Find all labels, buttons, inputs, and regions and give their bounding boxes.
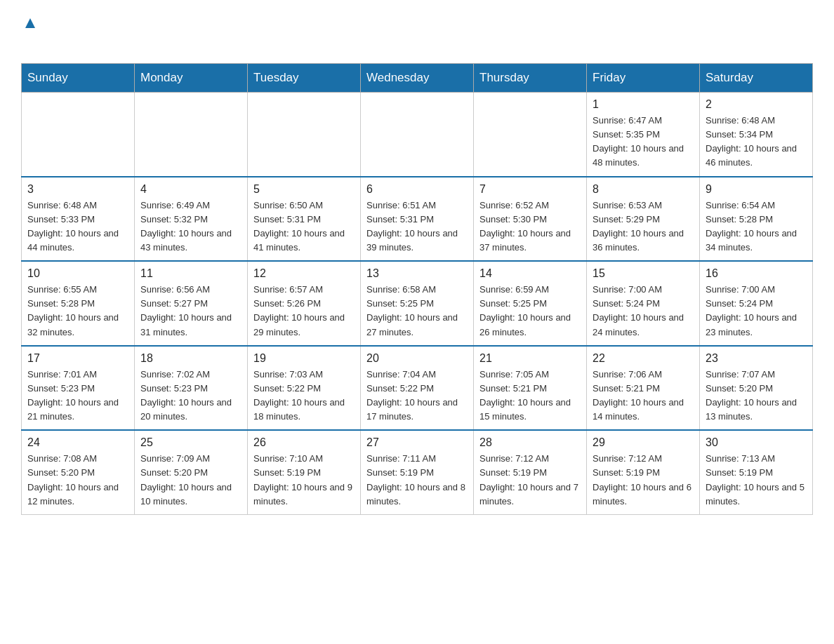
day-info: Sunrise: 7:12 AMSunset: 5:19 PMDaylight:…	[593, 452, 694, 509]
calendar-cell: 17Sunrise: 7:01 AMSunset: 5:23 PMDayligh…	[22, 346, 135, 431]
day-number: 8	[593, 183, 694, 196]
calendar-cell: 27Sunrise: 7:11 AMSunset: 5:19 PMDayligh…	[361, 430, 474, 514]
calendar-cell: 13Sunrise: 6:58 AMSunset: 5:25 PMDayligh…	[361, 261, 474, 346]
day-number: 18	[140, 352, 241, 365]
calendar-cell: 14Sunrise: 6:59 AMSunset: 5:25 PMDayligh…	[474, 261, 587, 346]
svg-marker-0	[25, 18, 35, 28]
day-info: Sunrise: 7:07 AMSunset: 5:20 PMDaylight:…	[706, 368, 807, 424]
day-info: Sunrise: 6:47 AMSunset: 5:35 PMDaylight:…	[593, 114, 694, 170]
day-number: 4	[140, 183, 241, 196]
day-number: 5	[253, 183, 355, 196]
calendar-cell: 23Sunrise: 7:07 AMSunset: 5:20 PMDayligh…	[700, 346, 813, 431]
calendar-cell: 24Sunrise: 7:08 AMSunset: 5:20 PMDayligh…	[22, 430, 135, 514]
weekday-header-row: SundayMondayTuesdayWednesdayThursdayFrid…	[22, 64, 813, 93]
day-number: 13	[366, 267, 468, 280]
calendar-cell: 1Sunrise: 6:47 AMSunset: 5:35 PMDaylight…	[587, 93, 700, 177]
day-info: Sunrise: 6:56 AMSunset: 5:27 PMDaylight:…	[140, 283, 241, 340]
calendar-cell: 28Sunrise: 7:12 AMSunset: 5:19 PMDayligh…	[474, 430, 587, 514]
day-info: Sunrise: 7:02 AMSunset: 5:23 PMDaylight:…	[140, 368, 241, 424]
day-number: 24	[27, 436, 128, 449]
weekday-header-wednesday: Wednesday	[361, 64, 474, 93]
day-number: 25	[140, 436, 241, 449]
day-number: 26	[253, 436, 355, 449]
calendar-cell: 16Sunrise: 7:00 AMSunset: 5:24 PMDayligh…	[700, 261, 813, 346]
weekday-header-monday: Monday	[135, 64, 248, 93]
day-info: Sunrise: 7:01 AMSunset: 5:23 PMDaylight:…	[27, 368, 128, 424]
calendar-table: SundayMondayTuesdayWednesdayThursdayFrid…	[21, 63, 813, 515]
day-number: 20	[366, 352, 468, 365]
day-number: 10	[27, 267, 128, 280]
day-info: Sunrise: 7:12 AMSunset: 5:19 PMDaylight:…	[479, 452, 581, 509]
day-info: Sunrise: 7:09 AMSunset: 5:20 PMDaylight:…	[140, 452, 241, 509]
calendar-cell: 12Sunrise: 6:57 AMSunset: 5:26 PMDayligh…	[248, 261, 361, 346]
calendar-cell: 18Sunrise: 7:02 AMSunset: 5:23 PMDayligh…	[135, 346, 248, 431]
calendar-cell: 29Sunrise: 7:12 AMSunset: 5:19 PMDayligh…	[587, 430, 700, 514]
calendar-week-3: 10Sunrise: 6:55 AMSunset: 5:28 PMDayligh…	[22, 261, 813, 346]
calendar-cell	[135, 93, 248, 177]
day-info: Sunrise: 7:05 AMSunset: 5:21 PMDaylight:…	[479, 368, 581, 424]
day-info: Sunrise: 6:58 AMSunset: 5:25 PMDaylight:…	[366, 283, 468, 340]
calendar-cell	[361, 93, 474, 177]
calendar-cell: 21Sunrise: 7:05 AMSunset: 5:21 PMDayligh…	[474, 346, 587, 431]
weekday-header-sunday: Sunday	[22, 64, 135, 93]
day-info: Sunrise: 6:54 AMSunset: 5:28 PMDaylight:…	[706, 199, 807, 255]
calendar-cell	[22, 93, 135, 177]
calendar-cell: 2Sunrise: 6:48 AMSunset: 5:34 PMDaylight…	[700, 93, 813, 177]
logo	[21, 14, 38, 49]
calendar-cell: 11Sunrise: 6:56 AMSunset: 5:27 PMDayligh…	[135, 261, 248, 346]
day-number: 12	[253, 267, 355, 280]
day-number: 9	[706, 183, 807, 196]
day-number: 27	[366, 436, 468, 449]
day-info: Sunrise: 6:55 AMSunset: 5:28 PMDaylight:…	[27, 283, 128, 340]
calendar-cell: 9Sunrise: 6:54 AMSunset: 5:28 PMDaylight…	[700, 177, 813, 262]
day-info: Sunrise: 6:48 AMSunset: 5:34 PMDaylight:…	[706, 114, 807, 170]
day-info: Sunrise: 6:51 AMSunset: 5:31 PMDaylight:…	[366, 199, 468, 255]
day-info: Sunrise: 7:08 AMSunset: 5:20 PMDaylight:…	[27, 452, 128, 509]
day-info: Sunrise: 6:59 AMSunset: 5:25 PMDaylight:…	[479, 283, 581, 340]
calendar-cell: 25Sunrise: 7:09 AMSunset: 5:20 PMDayligh…	[135, 430, 248, 514]
calendar-cell: 4Sunrise: 6:49 AMSunset: 5:32 PMDaylight…	[135, 177, 248, 262]
calendar-cell: 6Sunrise: 6:51 AMSunset: 5:31 PMDaylight…	[361, 177, 474, 262]
day-number: 23	[706, 352, 807, 365]
page-header	[21, 14, 813, 49]
day-number: 3	[27, 183, 128, 196]
calendar-cell: 8Sunrise: 6:53 AMSunset: 5:29 PMDaylight…	[587, 177, 700, 262]
day-info: Sunrise: 7:00 AMSunset: 5:24 PMDaylight:…	[593, 283, 694, 340]
day-number: 29	[593, 436, 694, 449]
day-info: Sunrise: 7:06 AMSunset: 5:21 PMDaylight:…	[593, 368, 694, 424]
day-number: 7	[479, 183, 581, 196]
day-info: Sunrise: 6:53 AMSunset: 5:29 PMDaylight:…	[593, 199, 694, 255]
calendar-week-1: 1Sunrise: 6:47 AMSunset: 5:35 PMDaylight…	[22, 93, 813, 177]
day-number: 28	[479, 436, 581, 449]
day-number: 17	[27, 352, 128, 365]
calendar-week-4: 17Sunrise: 7:01 AMSunset: 5:23 PMDayligh…	[22, 346, 813, 431]
day-number: 22	[593, 352, 694, 365]
weekday-header-saturday: Saturday	[700, 64, 813, 93]
calendar-week-2: 3Sunrise: 6:48 AMSunset: 5:33 PMDaylight…	[22, 177, 813, 262]
calendar-cell: 30Sunrise: 7:13 AMSunset: 5:19 PMDayligh…	[700, 430, 813, 514]
calendar-cell: 20Sunrise: 7:04 AMSunset: 5:22 PMDayligh…	[361, 346, 474, 431]
day-number: 16	[706, 267, 807, 280]
day-info: Sunrise: 6:57 AMSunset: 5:26 PMDaylight:…	[253, 283, 355, 340]
calendar-cell	[474, 93, 587, 177]
day-number: 14	[479, 267, 581, 280]
calendar-cell: 19Sunrise: 7:03 AMSunset: 5:22 PMDayligh…	[248, 346, 361, 431]
day-number: 30	[706, 436, 807, 449]
day-info: Sunrise: 7:10 AMSunset: 5:19 PMDaylight:…	[253, 452, 355, 509]
calendar-cell: 15Sunrise: 7:00 AMSunset: 5:24 PMDayligh…	[587, 261, 700, 346]
day-info: Sunrise: 6:50 AMSunset: 5:31 PMDaylight:…	[253, 199, 355, 255]
weekday-header-thursday: Thursday	[474, 64, 587, 93]
day-info: Sunrise: 6:52 AMSunset: 5:30 PMDaylight:…	[479, 199, 581, 255]
calendar-cell: 7Sunrise: 6:52 AMSunset: 5:30 PMDaylight…	[474, 177, 587, 262]
day-info: Sunrise: 7:00 AMSunset: 5:24 PMDaylight:…	[706, 283, 807, 340]
day-info: Sunrise: 7:13 AMSunset: 5:19 PMDaylight:…	[706, 452, 807, 509]
day-number: 19	[253, 352, 355, 365]
calendar-cell: 5Sunrise: 6:50 AMSunset: 5:31 PMDaylight…	[248, 177, 361, 262]
day-info: Sunrise: 7:04 AMSunset: 5:22 PMDaylight:…	[366, 368, 468, 424]
calendar-cell: 10Sunrise: 6:55 AMSunset: 5:28 PMDayligh…	[22, 261, 135, 346]
day-number: 2	[706, 98, 807, 111]
calendar-cell: 22Sunrise: 7:06 AMSunset: 5:21 PMDayligh…	[587, 346, 700, 431]
calendar-cell: 26Sunrise: 7:10 AMSunset: 5:19 PMDayligh…	[248, 430, 361, 514]
weekday-header-friday: Friday	[587, 64, 700, 93]
day-number: 15	[593, 267, 694, 280]
